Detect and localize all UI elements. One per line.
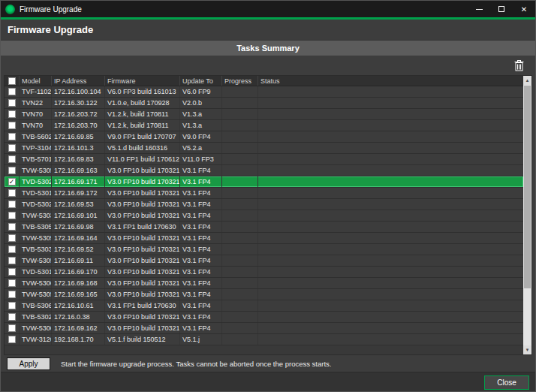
column-header-progress[interactable]: Progress [222, 76, 258, 86]
cell-progress [222, 278, 258, 288]
cell-model: TVB-5305 [20, 222, 52, 232]
cell-status [258, 278, 523, 288]
row-checkbox[interactable] [5, 98, 20, 108]
table-row[interactable]: ✓TVD-5302172.16.69.171V3.0 FP10 build 17… [5, 176, 523, 188]
table-row[interactable]: TVN70172.16.203.72V1.2.k, build 170811V1… [5, 109, 523, 120]
column-header-status[interactable]: Status [258, 76, 523, 86]
device-table: Model IP Address Firmware Update To Prog… [4, 75, 532, 355]
close-icon: ✕ [521, 5, 527, 14]
table-row[interactable]: TVW-3120192.168.1.70V5.1.f build 150512V… [5, 334, 523, 345]
apply-button[interactable]: Apply [7, 357, 50, 370]
cell-firmware: V3.0 FP10 build 170321 [105, 188, 180, 198]
cell-ip: 192.168.1.70 [52, 334, 105, 345]
select-all-checkbox[interactable] [5, 76, 20, 86]
column-header-model[interactable]: Model [20, 76, 52, 86]
cell-ip: 172.16.69.98 [52, 222, 105, 232]
cell-firmware: V3.1 FP1 build 170630 [105, 300, 180, 311]
minimize-button[interactable] [468, 1, 490, 17]
cell-status [258, 210, 523, 221]
row-checkbox[interactable] [5, 143, 20, 153]
column-header-update-to[interactable]: Update To [180, 76, 222, 86]
table-row[interactable]: TVB-5302172.16.0.38V3.0 FP10 build 17032… [5, 312, 523, 323]
row-checkbox[interactable] [5, 109, 20, 119]
row-checkbox[interactable] [5, 199, 20, 210]
row-checkbox[interactable] [5, 312, 20, 322]
table-row[interactable]: TVW-5305172.16.69.165V3.0 FP10 build 170… [5, 289, 523, 300]
table-row[interactable]: TVW-5305172.16.69.11V3.0 FP10 build 1703… [5, 255, 523, 267]
table-row[interactable]: TVD-5302172.16.69.53V3.0 FP10 build 1703… [5, 199, 523, 210]
row-checkbox[interactable]: ✓ [5, 176, 20, 187]
row-checkbox[interactable] [5, 244, 20, 255]
row-checkbox[interactable] [5, 165, 20, 176]
scrollbar-thumb[interactable] [524, 86, 531, 288]
table-row[interactable]: TVD-5301172.16.69.172V3.0 FP10 build 170… [5, 188, 523, 199]
cell-model: TVW-5305 [20, 255, 52, 266]
table-row[interactable]: TVW-5303172.16.69.101V3.0 FP10 build 170… [5, 210, 523, 222]
cell-status [258, 154, 523, 164]
row-checkbox[interactable] [5, 210, 20, 221]
cell-model: TVD-5301 [20, 267, 52, 277]
table-row[interactable]: TVW-5306172.16.69.162V3.0 FP10 build 170… [5, 323, 523, 334]
table-row[interactable]: TVB-5305172.16.69.98V3.1 FP1 build 17063… [5, 222, 523, 233]
cell-ip: 172.16.101.3 [52, 143, 105, 153]
table-row[interactable]: TVB-5602172.16.69.85V9.0 FP1 build 17070… [5, 131, 523, 143]
cell-firmware: V11.0 FP1 build 170612 [105, 154, 180, 164]
cell-progress [222, 312, 258, 322]
close-window-button[interactable]: ✕ [513, 1, 535, 17]
table-row[interactable]: TVP-3104172.16.101.3V5.1.d build 160316V… [5, 143, 523, 154]
cell-update-to: V9.0 FP4 [180, 131, 222, 142]
column-header-ip-address[interactable]: IP Address [52, 76, 105, 86]
table-row[interactable]: TVB-5701172.16.69.83V11.0 FP1 build 1706… [5, 154, 523, 165]
checkbox-unchecked-icon [8, 302, 16, 309]
row-checkbox[interactable] [5, 154, 20, 164]
cell-model: TVW-5305 [20, 289, 52, 300]
minimize-icon [476, 9, 483, 10]
table-row[interactable]: TVN22172.16.30.122V1.0.e, build 170928V2… [5, 98, 523, 109]
table-row[interactable]: TVN70172.16.203.70V1.2.k, build 170811V1… [5, 120, 523, 131]
table-row[interactable]: TVB-5303172.16.69.52V3.0 FP10 build 1703… [5, 244, 523, 255]
cell-firmware: V9.0 FP1 build 170707 [105, 131, 180, 142]
cell-firmware: V3.0 FP10 build 170321 [105, 312, 180, 322]
cell-update-to: V3.1 FP4 [180, 300, 222, 311]
cell-firmware: V3.0 FP10 build 170321 [105, 289, 180, 300]
row-checkbox[interactable] [5, 120, 20, 131]
cell-firmware: V3.0 FP10 build 170321 [105, 165, 180, 176]
cell-progress [222, 267, 258, 277]
table-row[interactable]: TVB-5306172.16.10.61V3.1 FP1 build 17063… [5, 300, 523, 312]
toolbar [1, 56, 535, 75]
checkbox-unchecked-icon [8, 122, 16, 129]
table-row[interactable]: TVD-5301172.16.69.170V3.0 FP10 build 170… [5, 267, 523, 278]
app-logo-icon [5, 5, 15, 14]
delete-task-button[interactable] [512, 59, 525, 72]
maximize-button[interactable] [490, 1, 513, 17]
row-checkbox[interactable] [5, 233, 20, 243]
row-checkbox[interactable] [5, 334, 20, 345]
cell-model: TVW-5305 [20, 233, 52, 243]
table-row[interactable]: TVW-5305172.16.69.164V3.0 FP10 build 170… [5, 233, 523, 244]
table-row[interactable]: TVF-1102172.16.100.104V6.0 FP3 build 161… [5, 86, 523, 98]
checkbox-unchecked-icon [8, 324, 16, 332]
row-checkbox[interactable] [5, 188, 20, 198]
scroll-down-button[interactable]: ▼ [523, 345, 531, 354]
scroll-up-button[interactable]: ▲ [523, 76, 531, 85]
column-header-firmware[interactable]: Firmware [105, 76, 180, 86]
row-checkbox[interactable] [5, 323, 20, 333]
row-checkbox[interactable] [5, 222, 20, 232]
cell-firmware: V3.0 FP10 build 170321 [105, 233, 180, 243]
row-checkbox[interactable] [5, 267, 20, 277]
cell-model: TVW-5305 [20, 165, 52, 176]
close-button[interactable]: Close [484, 375, 529, 390]
row-checkbox[interactable] [5, 255, 20, 266]
row-checkbox[interactable] [5, 131, 20, 142]
cell-ip: 172.16.10.61 [52, 300, 105, 311]
row-checkbox[interactable] [5, 86, 20, 97]
table-row[interactable]: TVW-5306172.16.69.168V3.0 FP10 build 170… [5, 278, 523, 289]
row-checkbox[interactable] [5, 300, 20, 311]
checkbox-unchecked-icon [8, 234, 16, 242]
table-row[interactable]: TVW-5305172.16.69.163V3.0 FP10 build 170… [5, 165, 523, 176]
row-checkbox[interactable] [5, 278, 20, 288]
row-checkbox[interactable] [5, 289, 20, 300]
cell-firmware: V5.1.d build 160316 [105, 143, 180, 153]
cell-progress [222, 98, 258, 108]
vertical-scrollbar[interactable]: ▲ ▼ [523, 76, 531, 354]
